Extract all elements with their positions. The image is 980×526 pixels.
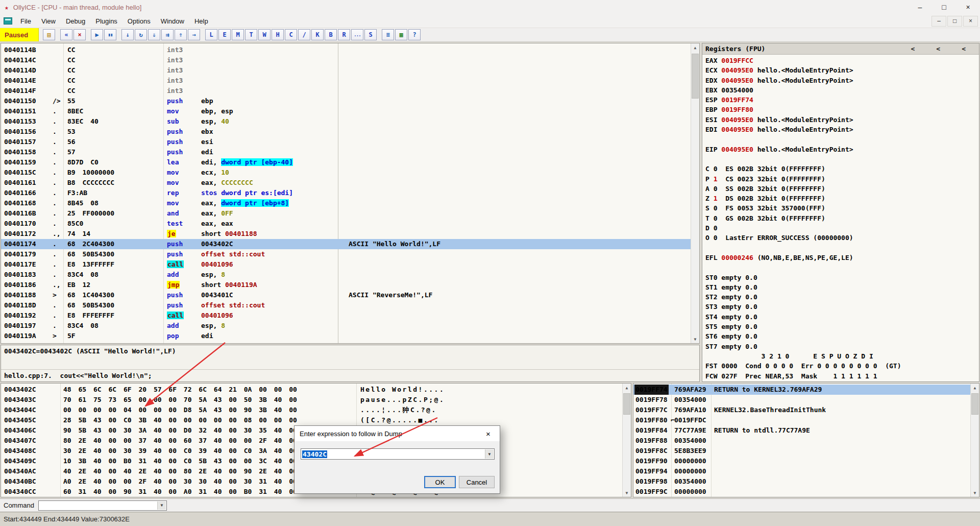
dump-row[interactable]: 0043402C48 65 6C 6C 6F 20 57 6F 72 6C 64…	[1, 385, 622, 395]
disasm-row[interactable]: 00401168.8B45 08moveax, dword ptr [ebp+8…	[1, 198, 691, 208]
dump-row[interactable]: 0043404C00 00 00 00 04 00 00 00 D8 5A 43…	[1, 405, 622, 415]
register-line[interactable]	[702, 154, 979, 164]
help-button[interactable]: ?	[408, 29, 421, 40]
run-button[interactable]: ▶	[91, 29, 103, 40]
step-into-button[interactable]: ↓	[121, 29, 134, 40]
disasm-row[interactable]: 00401188>68 1C404300push0043401CASCII "R…	[1, 290, 691, 300]
register-line[interactable]	[702, 262, 979, 272]
cancel-button[interactable]: Cancel	[459, 476, 495, 488]
disasm-row[interactable]: 00401172.,74 14jeshort 00401188	[1, 229, 691, 239]
trace-over-button[interactable]: ⇉	[161, 29, 174, 40]
disasm-row[interactable]: 00401161.B8 CCCCCCCCmoveax, CCCCCCCC	[1, 178, 691, 188]
register-line[interactable]	[702, 243, 979, 253]
trace-into-button[interactable]: ⇓	[148, 29, 160, 40]
close-process-button[interactable]: ×	[74, 29, 86, 40]
goto-button[interactable]: →	[188, 29, 200, 40]
scroll-thumb[interactable]	[623, 393, 630, 415]
disasm-row[interactable]: 0040118D.68 50B54300pushoffset std::cout	[1, 300, 691, 310]
options-button[interactable]: ≡	[382, 29, 394, 40]
stack-row[interactable]: 0019FF80⌐0019FFDC	[633, 415, 970, 425]
view-executables-button[interactable]: E	[218, 29, 231, 40]
stack-row[interactable]: 0019FF9000000000	[633, 456, 970, 466]
disasm-row[interactable]: 00401166.F3:ABrepstos dword ptr es:[edi]	[1, 188, 691, 198]
disasm-row[interactable]: 0040114ECCint3	[1, 76, 691, 86]
register-line[interactable]: ST2 empty 0.0	[702, 292, 979, 302]
disasm-row[interactable]: 00401192.E8 FFFEFFFFcall00401096	[1, 310, 691, 321]
dump-row[interactable]: 0043403C70 61 75 73 65 00 00 00 70 5A 43…	[1, 395, 622, 405]
stack-row[interactable]: 0019FF74769AFA29RETURN to KERNEL32.769AF…	[633, 385, 970, 395]
disasm-row[interactable]: 00401158.57pushedi	[1, 147, 691, 157]
disasm-row[interactable]: 0040114DCCint3	[1, 65, 691, 76]
disasm-row[interactable]: 00401179.68 50B54300pushoffset std::cout	[1, 249, 691, 259]
register-line[interactable]: FCW 027F Prec NEAR,53 Mask 1 1 1 1 1 1	[702, 371, 979, 381]
menu-item-window[interactable]: Window	[156, 14, 189, 28]
windows-list-button[interactable]: ▦	[395, 29, 407, 40]
disasm-row[interactable]: 00401186.,EB 12jmpshort 0040119A	[1, 280, 691, 290]
registers-pane-button-3[interactable]: <	[962, 45, 966, 53]
register-line[interactable]: C 0 ES 002B 32bit 0(FFFFFFFF)	[702, 164, 979, 174]
disasm-scrollbar[interactable]: ▲ ▼	[691, 43, 699, 343]
menu-item-view[interactable]: View	[36, 14, 61, 28]
pause-button[interactable]: ▮▮	[104, 29, 116, 40]
register-line[interactable]: T 0 GS 002B 32bit 0(FFFFFFFF)	[702, 213, 979, 223]
register-line[interactable]: ST7 empty 0.0	[702, 342, 979, 351]
register-line[interactable]: 3 2 1 0 E S P U O Z D I	[702, 351, 979, 361]
register-line[interactable]: Z 1 DS 002B 32bit 0(FFFFFFFF)	[702, 194, 979, 203]
restore-button[interactable]: □	[932, 0, 956, 14]
menu-item-help[interactable]: Help	[189, 14, 213, 28]
view-call-stack-button[interactable]: K	[311, 29, 324, 40]
view-references-button[interactable]: R	[338, 29, 350, 40]
dropdown-icon[interactable]: ▼	[485, 449, 494, 459]
view-handles-button[interactable]: H	[272, 29, 284, 40]
menu-item-options[interactable]: Options	[122, 14, 156, 28]
disasm-row[interactable]: 0040115C.B9 10000000movecx, 10	[1, 168, 691, 178]
until-return-button[interactable]: ⇑	[175, 29, 187, 40]
stack-row[interactable]: 0019FF9400000000	[633, 466, 970, 476]
dropdown-icon[interactable]: ▼	[157, 501, 166, 510]
register-line[interactable]: S 0 FS 0053 32bit 357000(FFF)	[702, 203, 979, 213]
register-line[interactable]: EIP 004095E0 hello.<ModuleEntryPoint>	[702, 145, 979, 154]
disasm-row[interactable]: 0040117E.E8 13FFFFFFcall00401096	[1, 259, 691, 270]
register-line[interactable]: ESP 0019FF74	[702, 95, 979, 105]
mdi-restore-button[interactable]: □	[947, 16, 962, 27]
register-line[interactable]: FST 0000 Cond 0 0 0 0 Err 0 0 0 0 0 0 0 …	[702, 361, 979, 371]
scroll-down-icon[interactable]: ▼	[691, 335, 699, 343]
close-button[interactable]: ×	[956, 0, 980, 14]
register-line[interactable]: EFL 00000246 (NO,NB,E,BE,NS,PE,GE,LE)	[702, 253, 979, 262]
scroll-thumb[interactable]	[692, 54, 699, 99]
scroll-thumb[interactable]	[971, 393, 978, 415]
register-line[interactable]: P 1 CS 0023 32bit 0(FFFFFFFF)	[702, 174, 979, 184]
command-input[interactable]: ▼	[38, 500, 167, 511]
register-line[interactable]: O 0 LastErr ERROR_SUCCESS (00000000)	[702, 233, 979, 243]
disasm-row[interactable]: 0040119A>5Fpopedi	[1, 331, 691, 341]
disasm-row[interactable]: 00401174.68 2C404300push0043402CASCII "H…	[1, 239, 691, 249]
view-cpu-button[interactable]: C	[285, 29, 297, 40]
stack-row[interactable]: 0019FF9C00000000	[633, 487, 970, 497]
register-line[interactable]: EBP 0019FF80	[702, 105, 979, 114]
registers-pane-button-2[interactable]: <	[936, 45, 940, 53]
disasm-row[interactable]: 00401156.53pushebx	[1, 127, 691, 137]
register-line[interactable]: EDX 004095E0 hello.<ModuleEntryPoint>	[702, 76, 979, 85]
scroll-up-icon[interactable]: ▲	[971, 384, 979, 392]
cpu-window-icon[interactable]	[4, 17, 12, 25]
register-line[interactable]: ECX 004095E0 hello.<ModuleEntryPoint>	[702, 65, 979, 75]
disasm-row[interactable]: 00401150/>55pushebp	[1, 96, 691, 106]
register-line[interactable]: ST5 empty 0.0	[702, 322, 979, 331]
disasm-row[interactable]: 0040114FCCint3	[1, 86, 691, 96]
disasm-row[interactable]: 00401153.83EC 40subesp, 40	[1, 116, 691, 127]
stack-row[interactable]: 0019FF8C5E8B3EE9	[633, 446, 970, 456]
scroll-down-icon[interactable]: ▼	[971, 489, 979, 497]
stack-row[interactable]: 0019FF7800354000	[633, 395, 970, 405]
register-line[interactable]: EAX 0019FFCC	[702, 56, 979, 65]
dump-scrollbar[interactable]: ▲ ▼	[622, 384, 631, 497]
disasm-row[interactable]: 0040114BCCint3	[1, 45, 691, 55]
register-line[interactable]: ESI 004095E0 hello.<ModuleEntryPoint>	[702, 115, 979, 125]
disasm-row[interactable]: 00401151.8BECmovebp, esp	[1, 106, 691, 116]
menu-item-file[interactable]: File	[15, 14, 36, 28]
mdi-minimize-button[interactable]: –	[932, 16, 946, 27]
restart-button[interactable]: «	[60, 29, 72, 40]
register-line[interactable]: ST4 empty 0.0	[702, 312, 979, 322]
view-windows-button[interactable]: W	[258, 29, 271, 40]
stack-row[interactable]: 0019FF9800354000	[633, 476, 970, 487]
minimize-button[interactable]: –	[908, 0, 932, 14]
